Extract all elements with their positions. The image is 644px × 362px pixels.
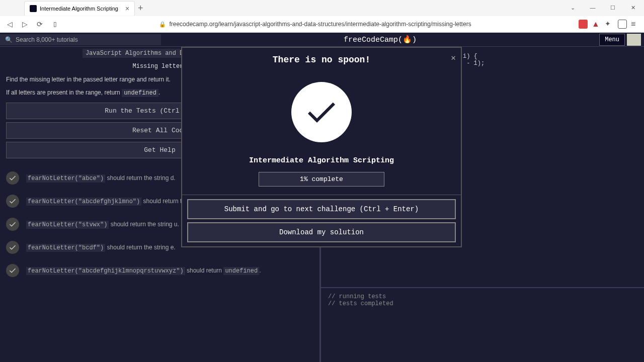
extension-icon-2[interactable]: ▲ — [592, 20, 601, 29]
search-icon: 🔍 — [5, 36, 13, 43]
new-tab-button[interactable]: + — [138, 3, 143, 14]
check-icon — [6, 195, 19, 208]
reload-button[interactable]: ⟳ — [34, 19, 45, 30]
check-icon — [6, 264, 19, 277]
window-close[interactable]: ✕ — [624, 2, 642, 13]
url-field[interactable]: ▯ 🔒 freecodecamp.org/learn/javascript-al… — [49, 19, 575, 30]
section-name: Intermediate Algorithm Scripting — [188, 156, 455, 165]
test-text: fearNotLetter("abce") should return the … — [26, 174, 176, 182]
profile-button[interactable] — [627, 34, 641, 46]
progress-indicator: 1% complete — [259, 172, 384, 187]
modal-title: There is no spoon! — [188, 55, 455, 65]
window-maximize[interactable]: ☐ — [604, 2, 622, 13]
tab-favicon — [30, 5, 37, 12]
check-icon — [6, 241, 19, 254]
menu-icon[interactable]: ≡ — [631, 20, 640, 29]
test-text: fearNotLetter("bcdf") should return the … — [26, 244, 176, 251]
bookmark-icon[interactable]: ▯ — [53, 21, 57, 28]
test-text: fearNotLetter("stvwx") should return the… — [26, 221, 179, 228]
close-modal-button[interactable]: ✕ — [451, 53, 456, 63]
browser-tab-bar: Intermediate Algorithm Scripting × + ⌄ —… — [0, 0, 644, 16]
chevron-down-icon[interactable]: ⌄ — [564, 2, 582, 13]
check-icon — [6, 171, 19, 185]
menu-button[interactable]: Menu — [599, 34, 625, 46]
search-input[interactable]: 🔍 Search 8,000+ tutorials — [0, 34, 161, 45]
test-text: fearNotLetter("abcdefghijklmnopqrstuvwxy… — [26, 267, 261, 275]
close-tab-icon[interactable]: × — [125, 5, 129, 13]
extension-icon-1[interactable] — [579, 20, 588, 29]
lock-icon: 🔒 — [159, 21, 166, 28]
test-row: fearNotLetter("abcdefghijklmnopqrstuvwxy… — [6, 259, 313, 282]
submit-next-button[interactable]: Submit and go to next challenge (Ctrl + … — [187, 199, 456, 219]
download-solution-button[interactable]: Download my solution — [187, 222, 456, 242]
console-output: // running tests // tests completed — [321, 287, 644, 362]
logo[interactable]: freeCodeCamp(🔥) — [161, 35, 599, 44]
address-bar: ◁ ▷ ⟳ ▯ 🔒 freecodecamp.org/learn/javascr… — [0, 16, 644, 32]
app-header: 🔍 Search 8,000+ tutorials freeCodeCamp(🔥… — [0, 33, 644, 47]
app-icon[interactable] — [618, 20, 627, 29]
window-minimize[interactable]: — — [584, 2, 602, 13]
browser-tab[interactable]: Intermediate Algorithm Scripting × — [24, 1, 135, 16]
tab-title: Intermediate Algorithm Scripting — [40, 6, 118, 12]
url-text: freecodecamp.org/learn/javascript-algori… — [169, 21, 471, 28]
success-check-icon — [291, 82, 352, 142]
extensions-menu-icon[interactable]: ✦ — [605, 20, 614, 29]
back-button[interactable]: ◁ — [4, 19, 15, 30]
completion-modal: There is no spoon! ✕ Intermediate Algori… — [181, 47, 462, 247]
check-icon — [6, 218, 19, 231]
forward-button[interactable]: ▷ — [19, 19, 30, 30]
